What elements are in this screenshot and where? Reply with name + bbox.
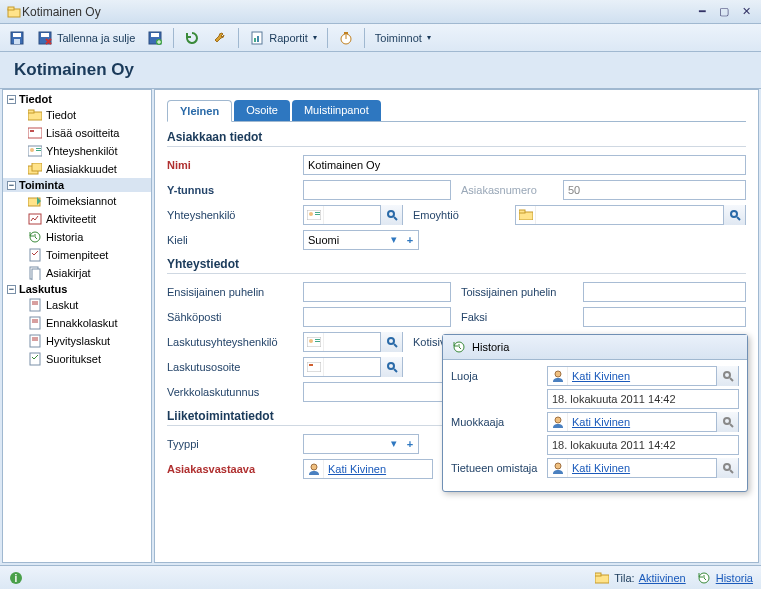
close-button[interactable]: ✕ xyxy=(737,4,755,20)
refresh-button[interactable] xyxy=(179,27,205,49)
svg-point-20 xyxy=(30,148,34,152)
lookup-button[interactable] xyxy=(716,458,738,478)
timer-button[interactable] xyxy=(333,27,359,49)
info-icon[interactable]: i xyxy=(8,570,24,586)
svg-text:i: i xyxy=(15,573,18,584)
history-icon xyxy=(451,339,467,355)
refresh-icon xyxy=(184,30,200,46)
label-luoja: Luoja xyxy=(451,370,541,382)
collapse-icon[interactable]: − xyxy=(7,181,16,190)
sidebar-item-toimenpiteet[interactable]: Toimenpiteet xyxy=(3,246,151,264)
maximize-button[interactable]: ▢ xyxy=(715,4,733,20)
sidebar-item-suoritukset[interactable]: Suoritukset xyxy=(3,350,151,368)
sidebar-item-toimeksiannot[interactable]: Toimeksiannot xyxy=(3,192,151,210)
lookup-button[interactable] xyxy=(716,412,738,432)
lookup-button[interactable] xyxy=(380,332,402,352)
input-ytunnus[interactable] xyxy=(303,180,451,200)
save-close-label: Tallenna ja sulje xyxy=(57,32,135,44)
sidebar-item-label: Laskut xyxy=(46,299,78,311)
sidebar-item-aliasiakkuudet[interactable]: Aliasiakkuudet xyxy=(3,160,151,178)
combo-kieli[interactable]: Suomi▾+ xyxy=(303,230,419,250)
input-sahkoposti[interactable] xyxy=(303,307,451,327)
sidebar-group-laskutus[interactable]: −Laskutus xyxy=(3,282,151,296)
status-historia[interactable]: Historia xyxy=(696,570,753,586)
picker-emoyhtio[interactable] xyxy=(515,205,746,225)
sidebar-item-lisaa-osoitteita[interactable]: Lisää osoitteita xyxy=(3,124,151,142)
sidebar-item-asiakirjat[interactable]: Asiakirjat xyxy=(3,264,151,282)
sidebar-item-historia[interactable]: Historia xyxy=(3,228,151,246)
sidebar-item-tiedot[interactable]: Tiedot xyxy=(3,106,151,124)
input-verkkolaskutunnus[interactable] xyxy=(303,382,451,402)
add-button[interactable]: + xyxy=(402,234,418,246)
actions-button[interactable]: Toiminnot ▾ xyxy=(370,27,436,49)
input-nimi[interactable] xyxy=(303,155,746,175)
picker-yhteyshenkilo[interactable] xyxy=(303,205,403,225)
combo-tyyppi[interactable]: ▾+ xyxy=(303,434,419,454)
minimize-button[interactable]: ━ xyxy=(693,4,711,20)
status-tila[interactable]: Tila: Aktiivinen xyxy=(594,570,685,586)
sidebar-group-tiedot[interactable]: −Tiedot xyxy=(3,92,151,106)
sidebar-item-label: Suoritukset xyxy=(46,353,101,365)
svg-rect-45 xyxy=(315,339,320,340)
tab-yleinen[interactable]: Yleinen xyxy=(167,100,232,122)
lookup-button[interactable] xyxy=(380,357,402,377)
sidebar-group-toiminta[interactable]: −Toiminta xyxy=(3,178,151,192)
sidebar-item-laskut[interactable]: Laskut xyxy=(3,296,151,314)
status-historia-label[interactable]: Historia xyxy=(716,572,753,584)
sidebar-item-yhteyshenkilot[interactable]: Yhteyshenkilöt xyxy=(3,142,151,160)
input-tois-puhelin[interactable] xyxy=(583,282,746,302)
sidebar-item-label: Asiakirjat xyxy=(46,267,91,279)
picker-lasku-yhteyshenkilo[interactable] xyxy=(303,332,403,352)
svg-rect-37 xyxy=(315,212,320,213)
lookup-button[interactable] xyxy=(380,205,402,225)
picker-muokkaaja[interactable]: Kati Kivinen xyxy=(547,412,739,432)
settings-button[interactable] xyxy=(207,27,233,49)
input-asiakasnumero[interactable] xyxy=(563,180,746,200)
svg-rect-6 xyxy=(41,33,49,37)
sidebar-item-hyvityslaskut[interactable]: Hyvityslaskut xyxy=(3,332,151,350)
sidebar[interactable]: −Tiedot Tiedot Lisää osoitteita Yhteyshe… xyxy=(2,89,152,563)
save-close-icon xyxy=(37,30,53,46)
save-new-button[interactable] xyxy=(142,27,168,49)
label-nimi: Nimi xyxy=(167,159,297,171)
tab-osoite[interactable]: Osoite xyxy=(234,100,290,121)
svg-rect-31 xyxy=(30,299,40,311)
tab-muistiinpanot[interactable]: Muistiinpanot xyxy=(292,100,381,121)
picker-luoja[interactable]: Kati Kivinen xyxy=(547,366,739,386)
svg-rect-33 xyxy=(30,335,40,347)
sidebar-item-label: Lisää osoitteita xyxy=(46,127,119,139)
picker-omistaja[interactable]: Kati Kivinen xyxy=(547,458,739,478)
collapse-icon[interactable]: − xyxy=(7,285,16,294)
svg-rect-48 xyxy=(307,362,321,372)
titlebar: Kotimainen Oy ━ ▢ ✕ xyxy=(0,0,761,24)
picker-asiakasvastaava[interactable]: Kati Kivinen xyxy=(303,459,433,479)
sidebar-group-label: Tiedot xyxy=(19,93,52,105)
picker-value[interactable]: Kati Kivinen xyxy=(324,463,432,475)
collapse-icon[interactable]: − xyxy=(7,95,16,104)
sidebar-item-aktiviteetit[interactable]: Aktiviteetit xyxy=(3,210,151,228)
chevron-down-icon[interactable]: ▾ xyxy=(386,437,402,450)
input-ens-puhelin[interactable] xyxy=(303,282,451,302)
reports-button[interactable]: Raportit ▾ xyxy=(244,27,322,49)
folder-icon xyxy=(27,107,43,123)
save-button[interactable] xyxy=(4,27,30,49)
content: Yleinen Osoite Muistiinpanot Asiakkaan t… xyxy=(154,89,759,563)
picker-laskutusosoite[interactable] xyxy=(303,357,403,377)
svg-rect-11 xyxy=(254,38,256,42)
picker-value[interactable]: Kati Kivinen xyxy=(568,462,716,474)
lookup-button[interactable] xyxy=(716,366,738,386)
picker-value[interactable]: Kati Kivinen xyxy=(568,416,716,428)
svg-rect-49 xyxy=(309,364,313,366)
add-button[interactable]: + xyxy=(402,438,418,450)
save-close-button[interactable]: Tallenna ja sulje xyxy=(32,27,140,49)
svg-point-50 xyxy=(388,363,394,369)
lookup-button[interactable] xyxy=(723,205,745,225)
sidebar-item-ennakkolaskut[interactable]: Ennakkolaskut xyxy=(3,314,151,332)
contact-icon xyxy=(27,143,43,159)
input-faksi[interactable] xyxy=(583,307,746,327)
status-tila-value[interactable]: Aktiivinen xyxy=(639,572,686,584)
svg-point-51 xyxy=(311,464,317,470)
picker-value[interactable]: Kati Kivinen xyxy=(568,370,716,382)
chevron-down-icon[interactable]: ▾ xyxy=(386,233,402,246)
toolbar: Tallenna ja sulje Raportit ▾ Toiminnot ▾ xyxy=(0,24,761,52)
